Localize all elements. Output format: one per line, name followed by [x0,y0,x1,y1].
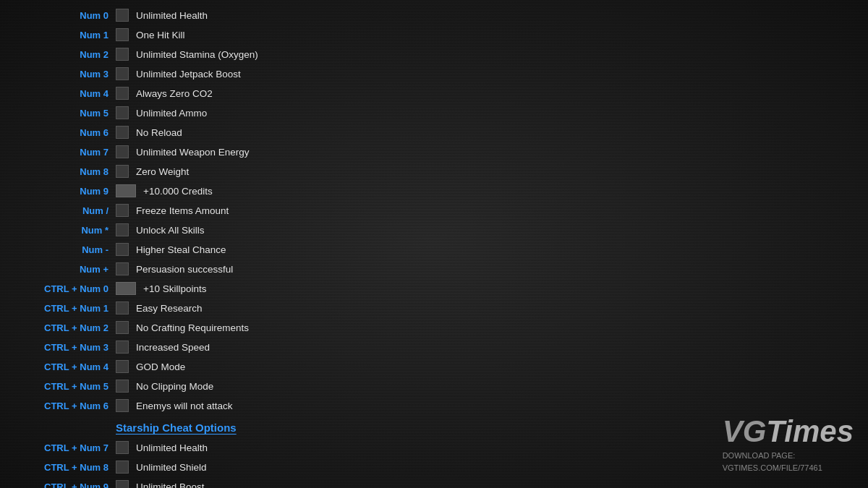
checkbox[interactable] [116,243,129,256]
checkbox[interactable] [116,480,129,488]
key-label: CTRL + Num 8 [22,462,116,473]
cheat-row: Num 1One Hit Kill [22,25,593,44]
key-label: Num 4 [22,88,116,99]
key-label: Num + [22,264,116,275]
key-label: Num 8 [22,166,116,177]
key-label: Num 9 [22,186,116,197]
cheat-row: Num +Persuasion successful [22,260,593,278]
starship-cheat-row: CTRL + Num 9Unlimited Boost [22,477,593,488]
checkbox[interactable] [116,126,129,139]
checkbox[interactable] [116,9,129,22]
cheat-row: Num 0Unlimited Health [22,6,593,25]
cheat-label: Unlimited Boost [136,481,205,489]
checkbox[interactable] [116,360,129,373]
key-label: CTRL + Num 7 [22,442,116,453]
checkbox[interactable] [116,461,129,474]
cheat-label: Higher Steal Chance [136,244,226,255]
checkbox[interactable] [116,165,129,178]
cheat-row: Num *Unlock All Skills [22,221,593,239]
cheat-row: CTRL + Num 4GOD Mode [22,357,593,376]
download-label: DOWNLOAD PAGE: [723,450,854,462]
checkbox-wide[interactable] [116,184,136,197]
key-label: CTRL + Num 9 [22,481,116,489]
checkbox[interactable] [116,67,129,80]
cheat-row: CTRL + Num 3Increased Speed [22,338,593,356]
cheat-row: CTRL + Num 5No Clipping Mode [22,377,593,395]
key-label: Num / [22,205,116,216]
checkbox[interactable] [116,399,129,412]
cheat-row: CTRL + Num 2No Crafting Requirements [22,318,593,337]
key-label: Num 6 [22,127,116,138]
checkbox[interactable] [116,321,129,334]
starship-section-title: Starship Cheat Options [116,421,237,434]
cheat-row: Num 7Unlimited Weapon Energy [22,142,593,161]
checkbox[interactable] [116,380,129,393]
key-label: CTRL + Num 1 [22,303,116,314]
cheat-label: Freeze Items Amount [136,205,229,216]
cheat-label: +10 Skillpoints [143,283,206,294]
cheat-row: Num 2Unlimited Stamina (Oxygen) [22,45,593,64]
checkbox[interactable] [116,48,129,61]
cheat-row: CTRL + Num 1Easy Research [22,299,593,317]
cheat-row: CTRL + Num 0+10 Skillpoints [22,279,593,298]
key-label: Num 2 [22,49,116,60]
cheat-row: Num 3Unlimited Jetpack Boost [22,64,593,83]
cheat-label: Unlock All Skills [136,225,205,236]
checkbox[interactable] [116,262,129,275]
checkbox[interactable] [116,223,129,236]
key-label: Num 1 [22,30,116,40]
cheat-label: No Reload [136,127,182,138]
cheat-label: Zero Weight [136,166,189,177]
cheat-row: Num 6No Reload [22,123,593,142]
cheat-row: Num 9+10.000 Credits [22,181,593,200]
cheat-label: Increased Speed [136,342,210,353]
starship-section-header: Starship Cheat Options [116,416,593,438]
key-label: Num 7 [22,147,116,158]
checkbox[interactable] [116,28,129,41]
key-label: Num 3 [22,69,116,80]
cheat-label: Unlimited Ammo [136,108,207,119]
checkbox[interactable] [116,87,129,100]
cheat-row: CTRL + Num 6Enemys will not attack [22,396,593,415]
checkbox[interactable] [116,204,129,217]
key-label: Num - [22,244,116,255]
cheat-label: Unlimited Shield [136,462,207,473]
cheat-label: Unlimited Stamina (Oxygen) [136,49,258,60]
checkbox[interactable] [116,106,129,119]
cheat-row: Num -Higher Steal Chance [22,240,593,259]
cheat-row: Num /Freeze Items Amount [22,201,593,220]
cheat-list: Num 0Unlimited HealthNum 1One Hit KillNu… [0,0,593,488]
watermark-sub: DOWNLOAD PAGE: VGTIMES.COM/FILE/77461 [723,450,854,474]
key-label: CTRL + Num 4 [22,361,116,372]
cheat-label: GOD Mode [136,361,185,372]
cheat-label: +10.000 Credits [143,186,213,197]
cheat-row: Num 8Zero Weight [22,162,593,181]
cheat-label: Persuasion successful [136,264,233,275]
cheat-label: One Hit Kill [136,30,185,40]
key-label: CTRL + Num 2 [22,322,116,333]
checkbox[interactable] [116,441,129,454]
starship-cheat-row: CTRL + Num 8Unlimited Shield [22,458,593,476]
key-label: CTRL + Num 5 [22,381,116,392]
key-label: CTRL + Num 0 [22,283,116,294]
checkbox-wide[interactable] [116,282,136,295]
cheat-row: Num 4Always Zero CO2 [22,84,593,103]
starship-cheat-row: CTRL + Num 7Unlimited Health [22,438,593,457]
cheat-label: Enemys will not attack [136,401,233,411]
cheat-label: Unlimited Weapon Energy [136,147,250,158]
watermark-times: Times [766,414,854,448]
cheat-label: No Crafting Requirements [136,322,249,333]
key-label: CTRL + Num 6 [22,401,116,411]
cheat-row: Num 5Unlimited Ammo [22,103,593,122]
watermark: VGTimes DOWNLOAD PAGE: VGTIMES.COM/FILE/… [723,416,854,474]
key-label: CTRL + Num 3 [22,342,116,353]
checkbox[interactable] [116,145,129,158]
checkbox[interactable] [116,341,129,354]
checkbox[interactable] [116,301,129,314]
cheat-label: Always Zero CO2 [136,88,213,99]
cheat-label: Unlimited Health [136,10,208,21]
key-label: Num 5 [22,108,116,119]
key-label: Num * [22,225,116,236]
cheat-label: Unlimited Health [136,442,208,453]
cheat-label: No Clipping Mode [136,381,213,392]
